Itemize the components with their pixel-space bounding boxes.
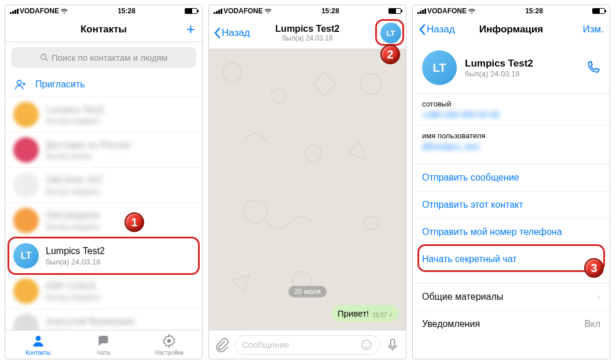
page-title: Контакты — [80, 24, 127, 35]
annotation-badge-3: 3 — [584, 258, 604, 278]
svg-point-8 — [305, 145, 321, 161]
contacts-icon — [31, 333, 46, 348]
tab-settings[interactable]: Настройки — [137, 330, 202, 359]
svg-point-6 — [272, 89, 285, 102]
svg-point-0 — [41, 54, 46, 60]
screen-info: VODAFONE 15:28 Назад Информация Изм. LT … — [412, 5, 610, 359]
svg-point-9 — [244, 200, 267, 223]
tab-contacts[interactable]: Контакты — [5, 330, 71, 359]
annotation-badge-1: 1 — [124, 212, 144, 232]
svg-point-13 — [364, 343, 365, 344]
share-contact-button[interactable]: Отправить этот контакт — [413, 191, 610, 218]
chats-icon — [96, 333, 111, 348]
add-user-icon — [14, 78, 27, 91]
list-item[interactable]: Анатолий Военкоматбыл(а) — [5, 309, 202, 330]
svg-point-7 — [361, 73, 382, 94]
start-secret-chat-button[interactable]: Начать секретный чат — [413, 245, 610, 273]
status-bar: VODAFONE 15:28 — [5, 5, 202, 17]
profile-status: был(а) 24.03.18 — [465, 69, 533, 78]
date-separator: 20 июля — [288, 286, 327, 297]
list-item[interactable]: ОКСАНА ЛУГбыл(а) недавно — [5, 168, 202, 203]
shared-media-button[interactable]: Общие материалы › — [413, 283, 610, 310]
attach-icon[interactable] — [215, 337, 230, 352]
contact-lumpics-test2[interactable]: LT Lumpics Test2был(а) 24.03.18 — [5, 238, 202, 274]
svg-point-2 — [17, 80, 21, 84]
status-bar: VODAFONE 15:28 — [413, 5, 610, 17]
contacts-list: Lumpics Test1был(а) недавно Доставка из … — [5, 97, 202, 330]
signal-icon — [10, 9, 19, 14]
battery-icon — [185, 8, 197, 14]
page-title: Информация — [413, 24, 610, 35]
tab-bar: Контакты Чаты Настройки — [5, 330, 202, 359]
wifi-icon — [468, 8, 476, 14]
gear-icon — [162, 333, 177, 348]
svg-point-3 — [35, 336, 41, 341]
notifications-row[interactable]: Уведомления Вкл — [413, 310, 610, 329]
mic-icon[interactable] — [385, 337, 400, 352]
battery-icon — [388, 8, 401, 14]
profile-avatar-button[interactable]: LT — [380, 23, 401, 43]
svg-point-14 — [368, 343, 369, 344]
invite-friends-button[interactable]: Пригласить — [5, 72, 202, 97]
search-icon — [40, 53, 48, 61]
avatar: LT — [13, 243, 39, 269]
edit-button[interactable]: Изм. — [583, 24, 604, 35]
list-item[interactable]: Доставка из Россиибыл(а) вчера — [5, 133, 202, 168]
annotation-badge-2: 2 — [380, 45, 400, 64]
chat-area[interactable]: 20 июля Привет! 15:27 ✓ — [209, 49, 406, 330]
navbar: Контакты + — [5, 17, 202, 42]
svg-line-1 — [45, 59, 47, 61]
avatar[interactable]: LT — [422, 50, 457, 85]
svg-rect-15 — [391, 339, 395, 347]
svg-point-10 — [364, 216, 378, 230]
chevron-right-icon: › — [597, 292, 600, 302]
share-my-number-button[interactable]: Отправить мой номер телефона — [413, 218, 610, 245]
svg-point-12 — [362, 340, 372, 350]
sticker-icon[interactable] — [360, 339, 373, 351]
username-field[interactable]: имя пользователя @lumpics_test — [413, 125, 610, 157]
message-outgoing[interactable]: Привет! 15:27 ✓ — [332, 305, 399, 322]
phone-field[interactable]: сотовый +380 000 000 00 00 — [413, 94, 610, 125]
tab-chats[interactable]: Чаты — [71, 330, 136, 359]
navbar: Назад Lumpics Test2 был(а) 24.03.18 LT — [209, 17, 406, 49]
chat-background-pattern — [209, 49, 406, 327]
wifi-icon — [264, 8, 272, 14]
search-input[interactable]: Поиск по контактам и людям — [11, 47, 196, 68]
message-input[interactable]: Сообщение — [234, 335, 380, 355]
input-bar: Сообщение — [209, 330, 406, 359]
call-button[interactable] — [585, 60, 600, 75]
signal-icon — [417, 9, 426, 14]
list-item[interactable]: Lumpics Test1был(а) недавно — [5, 97, 202, 133]
svg-point-5 — [223, 63, 241, 82]
chevron-left-icon — [214, 27, 221, 39]
add-contact-button[interactable]: + — [186, 20, 195, 38]
navbar: Назад Информация Изм. — [413, 17, 610, 42]
status-bar: VODAFONE 15:28 — [209, 5, 406, 17]
signal-icon — [214, 9, 222, 14]
list-item[interactable]: ЕВР СОЮЗбыл(а) недавно — [5, 274, 202, 309]
screen-chat: VODAFONE 15:28 2 Назад Lumpics Test2 был… — [208, 5, 406, 359]
svg-point-4 — [167, 339, 171, 343]
list-item[interactable]: ЛИСИЦЫНАбыл(а) недавно — [5, 203, 202, 238]
profile-header: LT Lumpics Test2 был(а) 24.03.18 — [413, 42, 610, 93]
screen-contacts: VODAFONE 15:28 Контакты + Поиск по конта… — [5, 5, 203, 359]
battery-icon — [592, 8, 605, 14]
send-message-button[interactable]: Отправить сообщение — [413, 164, 610, 191]
back-button[interactable]: Назад — [214, 27, 250, 39]
profile-name: Lumpics Test2 — [465, 58, 533, 69]
wifi-icon — [60, 8, 68, 14]
